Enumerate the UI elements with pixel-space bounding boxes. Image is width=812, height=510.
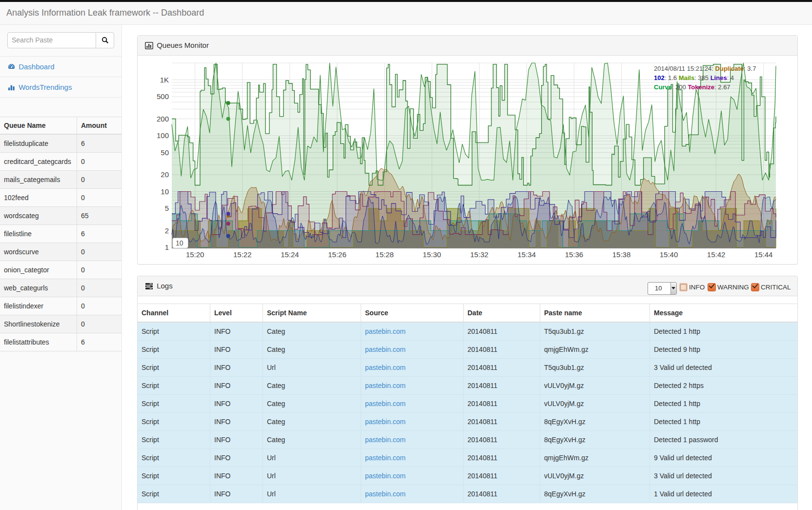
svg-text:10: 10 <box>161 187 169 196</box>
svg-text:2: 2 <box>165 226 169 235</box>
svg-text:1: 1 <box>165 243 169 251</box>
svg-text:15:26: 15:26 <box>328 250 346 259</box>
svg-text:5: 5 <box>165 204 169 212</box>
svg-text:50: 50 <box>161 148 169 157</box>
svg-text:1K: 1K <box>160 76 169 84</box>
svg-text:200: 200 <box>157 115 169 123</box>
svg-text:15:32: 15:32 <box>470 250 488 259</box>
svg-text:15:20: 15:20 <box>186 250 204 259</box>
svg-text:15:22: 15:22 <box>233 250 252 259</box>
svg-text:20: 20 <box>161 170 169 179</box>
svg-text:15:42: 15:42 <box>707 250 726 259</box>
svg-text:15:34: 15:34 <box>518 250 536 259</box>
svg-text:15:28: 15:28 <box>375 250 394 259</box>
svg-text:15:24: 15:24 <box>281 250 299 259</box>
svg-text:15:44: 15:44 <box>754 250 773 259</box>
svg-text:15:40: 15:40 <box>660 250 678 259</box>
svg-text:15:38: 15:38 <box>612 250 631 259</box>
svg-text:15:36: 15:36 <box>565 250 584 259</box>
svg-text:500: 500 <box>157 92 169 101</box>
svg-text:100: 100 <box>157 131 169 140</box>
svg-text:15:30: 15:30 <box>423 250 441 259</box>
